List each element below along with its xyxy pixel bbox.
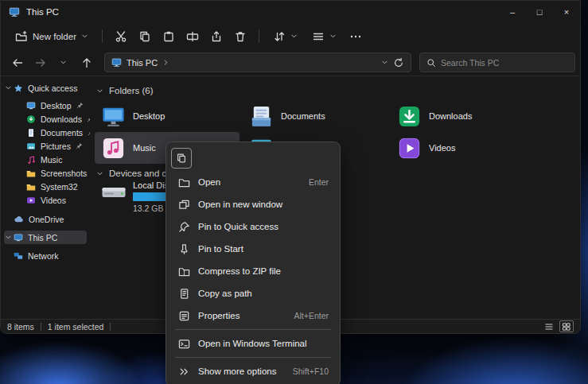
sidebar-label: Music [41, 155, 62, 165]
sidebar-label: Quick access [28, 83, 77, 93]
new-folder-button[interactable]: New folder [9, 27, 95, 46]
pin-start-icon [178, 243, 190, 255]
rename-icon [186, 30, 199, 43]
sidebar-item-videos[interactable]: Videos [4, 193, 87, 207]
menu-item-compress-zip[interactable]: Compress to ZIP file [169, 260, 337, 282]
sidebar-label: Desktop [41, 101, 72, 111]
folder-tile-downloads[interactable]: Downloads [391, 100, 535, 132]
back-button[interactable] [7, 52, 27, 72]
menu-label: Pin to Quick access [198, 222, 278, 231]
chevron-down-icon [81, 33, 88, 40]
quick-access-star-icon [14, 83, 23, 93]
up-icon [80, 56, 93, 69]
details-view-icon [544, 322, 554, 332]
copy-button[interactable] [134, 26, 156, 47]
documents-icon [26, 128, 36, 138]
delete-icon [234, 30, 247, 43]
command-bar: New folder [1, 23, 580, 49]
sidebar-item-downloads[interactable]: Downloads [4, 112, 87, 126]
downloads-icon [26, 114, 36, 124]
up-button[interactable] [76, 52, 96, 72]
pictures-icon [26, 142, 36, 151]
sidebar-label: OneDrive [29, 215, 64, 224]
sort-button[interactable] [267, 27, 304, 46]
downloads-folder-icon [397, 104, 422, 129]
more-icon [349, 30, 362, 43]
menu-item-show-more-options[interactable]: Show more options Shift+F10 [169, 360, 337, 382]
sidebar-item-desktop[interactable]: Desktop [4, 99, 87, 112]
refresh-icon[interactable] [393, 57, 404, 68]
videos-folder-icon [397, 136, 422, 161]
sidebar-item-music[interactable]: Music [4, 153, 87, 166]
folders-section-header[interactable]: Folders (6) [96, 86, 154, 95]
this-pc-icon [111, 57, 122, 68]
pin-icon [76, 102, 84, 109]
pin-icon [76, 142, 83, 149]
delete-button[interactable] [229, 26, 251, 47]
cut-button[interactable] [110, 26, 132, 47]
sidebar-item-onedrive[interactable]: OneDrive [4, 212, 87, 226]
breadcrumb[interactable]: This PC [127, 58, 158, 68]
sidebar-item-documents[interactable]: Documents [4, 126, 87, 139]
sidebar-item-quick-access[interactable]: Quick access [4, 81, 87, 95]
close-button[interactable]: × [553, 1, 580, 23]
thumbnail-view-button[interactable] [559, 320, 574, 332]
search-box[interactable] [419, 52, 575, 72]
new-folder-label: New folder [33, 32, 76, 41]
sidebar-item-system32[interactable]: System32 [4, 180, 87, 193]
sidebar-label: Documents [41, 128, 83, 138]
thumbnail-view-icon [562, 322, 571, 332]
menu-item-pin-start[interactable]: Pin to Start [169, 238, 337, 260]
status-divider [41, 323, 41, 331]
menu-item-open-windows-terminal[interactable]: Open in Windows Terminal [169, 332, 337, 355]
menu-item-pin-quick-access[interactable]: Pin to Quick access [169, 215, 337, 238]
chevron-down-icon [5, 84, 12, 91]
paste-button[interactable] [158, 26, 180, 47]
context-menu-quick-actions [169, 145, 337, 171]
cut-icon [115, 30, 127, 43]
forward-button[interactable] [30, 52, 50, 72]
details-view-button[interactable] [542, 320, 556, 332]
properties-icon [178, 310, 190, 322]
copy-icon [176, 153, 187, 164]
minimize-button[interactable]: – [499, 1, 526, 23]
share-button[interactable] [205, 26, 228, 47]
folder-tile-videos[interactable]: Videos [391, 132, 535, 164]
open-new-window-icon [178, 199, 190, 211]
menu-item-properties[interactable]: Properties Alt+Enter [169, 304, 337, 327]
view-button[interactable] [306, 27, 343, 46]
rename-button[interactable] [181, 26, 204, 47]
chevron-right-icon[interactable] [162, 59, 169, 66]
sidebar-item-screenshots[interactable]: Screenshots [4, 166, 87, 180]
selection-count: 1 item selected [48, 322, 104, 332]
maximize-button[interactable]: □ [526, 1, 553, 23]
menu-item-open[interactable]: Open Enter [169, 171, 337, 193]
item-count: 8 items [7, 322, 34, 332]
menu-item-open-new-window[interactable]: Open in new window [169, 193, 337, 215]
music-folder-icon [101, 136, 126, 161]
menu-separator [175, 357, 331, 358]
chevron-down-icon [60, 59, 67, 66]
sidebar-label: Pictures [41, 142, 71, 151]
search-icon [426, 58, 436, 68]
section-title: Folders (6) [109, 86, 154, 95]
menu-item-copy-as-path[interactable]: Copy as path [169, 282, 337, 304]
folder-tile-desktop[interactable]: Desktop [95, 100, 239, 132]
menu-label: Open in Windows Terminal [198, 339, 307, 348]
view-icon [312, 30, 325, 43]
search-input[interactable] [441, 58, 568, 68]
recent-locations-button[interactable] [53, 52, 73, 72]
toolbar-divider [259, 29, 259, 43]
sort-icon [273, 30, 286, 43]
address-dropdown-icon[interactable] [381, 59, 388, 66]
sidebar-item-this-pc[interactable]: This PC [4, 231, 87, 244]
compress-zip-icon [178, 266, 190, 277]
sidebar-item-pictures[interactable]: Pictures [4, 139, 87, 153]
titlebar[interactable]: This PC – □ × [1, 1, 580, 23]
folder-tile-documents[interactable]: Documents [243, 100, 387, 132]
see-more-button[interactable] [345, 26, 367, 47]
sidebar-item-network[interactable]: Network [4, 249, 87, 262]
quick-copy-button[interactable] [171, 148, 192, 169]
address-bar[interactable]: This PC [104, 52, 411, 72]
chevron-down-icon [5, 234, 12, 241]
